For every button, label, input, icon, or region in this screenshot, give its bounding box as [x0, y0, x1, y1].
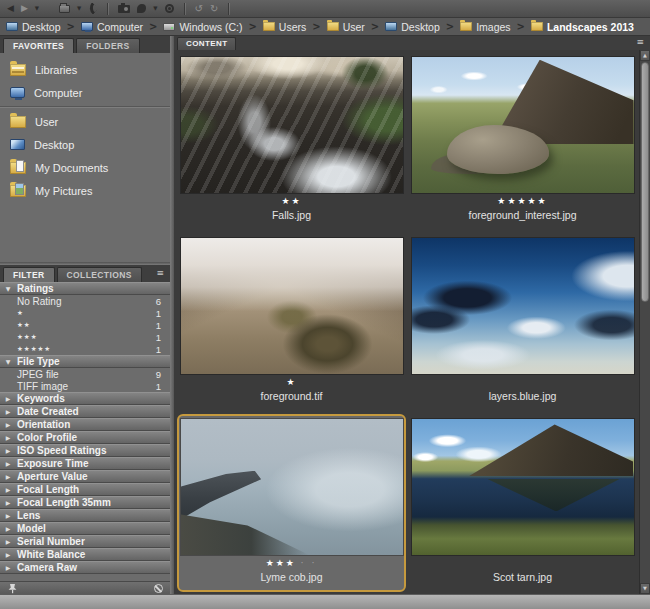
- favorites-item-my-pictures[interactable]: My Pictures: [0, 179, 170, 202]
- forward-button[interactable]: ▶: [21, 4, 28, 13]
- vertical-scrollbar[interactable]: ▲ ▼: [639, 50, 650, 594]
- tab-folders[interactable]: FOLDERS: [76, 38, 139, 53]
- favorites-item-desktop[interactable]: Desktop: [0, 133, 170, 156]
- thumbnail-scot-tarn[interactable]: Scot tarn.jpg: [408, 414, 637, 592]
- rating-stars[interactable]: ★: [286, 376, 296, 389]
- favorites-divider: [0, 106, 170, 108]
- thumbnail-foreground-interest[interactable]: ★★★★★ foreground_interest.jpg: [408, 52, 637, 230]
- breadcrumb-item-desktop-folder[interactable]: Desktop: [385, 21, 440, 33]
- filter-section-exposure-time[interactable]: ▶ Exposure Time: [0, 457, 170, 470]
- breadcrumb-item-computer[interactable]: Computer: [81, 21, 143, 33]
- navigation-dropdown-icon[interactable]: ▼: [35, 6, 39, 12]
- filter-section-focal-length[interactable]: ▶ Focal Length: [0, 483, 170, 496]
- rotate-left-icon[interactable]: ↺: [195, 4, 203, 14]
- filter-section-iso-speed-ratings[interactable]: ▶ ISO Speed Ratings: [0, 444, 170, 457]
- chevron-right-icon: ▶: [4, 461, 12, 467]
- filter-section-file-type[interactable]: ▼ File Type: [0, 355, 170, 368]
- thumbnail-lyme-cob-selected[interactable]: ★★★ · · Lyme cob.jpg: [177, 414, 406, 592]
- favorites-tabbar: FAVORITES FOLDERS: [0, 36, 170, 53]
- favorites-item-libraries[interactable]: Libraries: [0, 58, 170, 81]
- refine-icon[interactable]: [137, 4, 146, 13]
- folder-icon: [10, 116, 26, 128]
- keep-filter-pin-icon[interactable]: [7, 583, 18, 594]
- breadcrumb-item-landscapes-2013[interactable]: Landscapes 2013: [531, 21, 634, 33]
- chevron-right-icon: ▶: [4, 435, 12, 441]
- chevron-right-icon: ▶: [4, 539, 12, 545]
- rating-stars[interactable]: ★★★★★: [497, 195, 547, 208]
- thumbnail-image-lyme-cob[interactable]: [181, 419, 403, 555]
- filename-label: Lyme cob.jpg: [260, 570, 322, 584]
- thumbnail-image-scot-tarn[interactable]: [412, 419, 634, 555]
- rating-stars[interactable]: ★★: [281, 195, 301, 208]
- go-to-parent-dropdown-icon[interactable]: ▼: [77, 6, 81, 12]
- filter-section-camera-raw[interactable]: ▶ Camera Raw: [0, 561, 170, 574]
- filter-row-no-rating[interactable]: No Rating 6: [0, 295, 170, 307]
- refine-dropdown-icon[interactable]: ▼: [153, 6, 157, 12]
- filter-section-lens[interactable]: ▶ Lens: [0, 509, 170, 522]
- breadcrumb-separator: >: [248, 22, 256, 32]
- rating-stars[interactable]: ★★★ · ·: [266, 557, 318, 570]
- breadcrumb-separator: >: [446, 22, 454, 32]
- libraries-folder-icon: [10, 64, 26, 76]
- filter-section-orientation[interactable]: ▶ Orientation: [0, 418, 170, 431]
- filter-row-3-stars[interactable]: ★★★ 1: [0, 331, 170, 343]
- filename-label: foreground_interest.jpg: [469, 208, 577, 222]
- chevron-down-icon: ▼: [4, 286, 12, 292]
- status-bar: [0, 594, 650, 609]
- breadcrumb-item-desktop[interactable]: Desktop: [6, 21, 61, 33]
- filter-section-keywords[interactable]: ▶ Keywords: [0, 392, 170, 405]
- back-button[interactable]: ◀: [7, 4, 14, 13]
- rotate-right-icon[interactable]: ↻: [210, 4, 218, 14]
- breadcrumb-item-user[interactable]: User: [327, 21, 365, 33]
- filter-panel-menu-icon[interactable]: ≡: [156, 269, 167, 280]
- content-tabbar: CONTENT ≡: [174, 36, 650, 50]
- thumbnail-image-foreground-tif[interactable]: [181, 238, 403, 374]
- filter-section-white-balance[interactable]: ▶ White Balance: [0, 548, 170, 561]
- tab-collections[interactable]: COLLECTIONS: [57, 267, 142, 282]
- filter-section-color-profile[interactable]: ▶ Color Profile: [0, 431, 170, 444]
- chevron-down-icon: ▼: [4, 359, 12, 365]
- filter-section-date-created[interactable]: ▶ Date Created: [0, 405, 170, 418]
- filter-row-jpeg[interactable]: JPEG file 9: [0, 368, 170, 380]
- scroll-up-icon[interactable]: ▲: [640, 50, 650, 61]
- filter-row-1-star[interactable]: ★ 1: [0, 307, 170, 319]
- scrollbar-track[interactable]: [640, 61, 650, 583]
- tab-content[interactable]: CONTENT: [177, 37, 236, 50]
- thumbnail-falls[interactable]: ★★ Falls.jpg: [177, 52, 406, 230]
- filter-section-serial-number[interactable]: ▶ Serial Number: [0, 535, 170, 548]
- drive-icon: [163, 23, 175, 31]
- favorites-item-my-documents[interactable]: My Documents: [0, 156, 170, 179]
- scroll-down-icon[interactable]: ▼: [640, 583, 650, 594]
- filter-row-5-stars[interactable]: ★★★★★ 1: [0, 343, 170, 355]
- star-icon: ★★★: [17, 333, 37, 341]
- tab-favorites[interactable]: FAVORITES: [3, 38, 74, 53]
- content-panel-menu-icon[interactable]: ≡: [636, 38, 647, 49]
- favorites-item-computer[interactable]: Computer: [0, 81, 170, 104]
- breadcrumb-item-windows-c[interactable]: Windows (C:): [163, 21, 242, 33]
- breadcrumb-item-users[interactable]: Users: [263, 21, 306, 33]
- filter-section-ratings[interactable]: ▼ Ratings: [0, 282, 170, 295]
- filter-row-2-stars[interactable]: ★★ 1: [0, 319, 170, 331]
- chevron-right-icon: ▶: [4, 487, 12, 493]
- sidebar: FAVORITES FOLDERS Libraries Computer: [0, 36, 170, 594]
- thumbnail-layers-blue[interactable]: layers.blue.jpg: [408, 233, 637, 411]
- get-photos-camera-icon[interactable]: [118, 5, 130, 13]
- go-to-parent-icon[interactable]: [59, 5, 70, 13]
- filter-section-focal-length-35mm[interactable]: ▶ Focal Length 35mm: [0, 496, 170, 509]
- breadcrumb-item-images[interactable]: Images: [460, 21, 510, 33]
- scrollbar-thumb[interactable]: [641, 62, 649, 302]
- star-icon: ★★★★★: [17, 345, 51, 353]
- return-boomerang-icon[interactable]: [86, 2, 99, 15]
- thumbnail-foreground-tif[interactable]: ★ foreground.tif: [177, 233, 406, 411]
- tab-filter[interactable]: FILTER: [3, 267, 55, 282]
- favorites-item-user[interactable]: User: [0, 110, 170, 133]
- filter-section-aperture-value[interactable]: ▶ Aperture Value: [0, 470, 170, 483]
- thumbnail-image-falls[interactable]: [181, 57, 403, 193]
- filter-section-model[interactable]: ▶ Model: [0, 522, 170, 535]
- thumbnail-image-layers-blue[interactable]: [412, 238, 634, 374]
- clear-filter-icon[interactable]: [154, 584, 163, 593]
- toolbar-separator: [107, 3, 108, 15]
- camera-raw-icon[interactable]: [165, 4, 174, 13]
- thumbnail-image-foreground-interest[interactable]: [412, 57, 634, 193]
- filter-row-tiff[interactable]: TIFF image 1: [0, 380, 170, 392]
